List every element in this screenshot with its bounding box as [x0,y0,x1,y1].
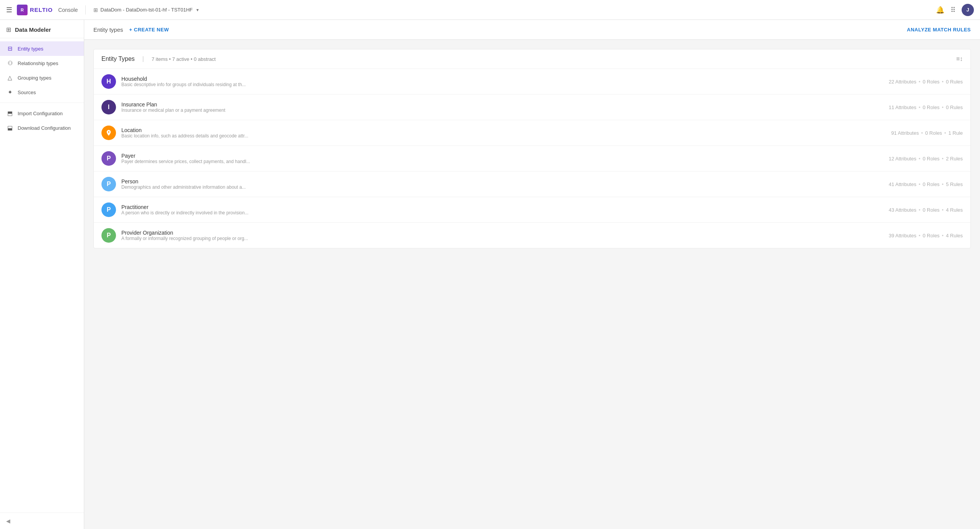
tenant-dropdown-arrow: ▾ [196,7,199,13]
logo-text: RELTIO [30,7,53,13]
entity-types-card-title: Entity Types [101,56,135,62]
entity-stats-insurance-plan: 11 Attributes•0 Roles•0 Rules [889,104,963,110]
sidebar-item-import-config[interactable]: ⬒ Import Configuration [0,106,84,121]
stats-dot-2-practitioner: • [942,207,944,213]
stats-dot-2-person: • [942,181,944,187]
sidebar-item-relationship-types[interactable]: ⚇ Relationship types [0,56,84,70]
entity-types-meta: 7 items • 7 active • 0 abstract [152,56,216,62]
notifications-bell-icon[interactable]: 🔔 [936,6,944,14]
create-plus-icon: + CREATE NEW [129,27,169,33]
stats-dot-2-payer: • [942,156,944,162]
entity-attributes-payer: 12 Attributes [889,156,916,162]
entity-rules-person: 5 Rules [946,181,963,187]
sidebar-item-sources-label: Sources [18,90,36,95]
stats-dot-1-payer: • [919,156,921,162]
apps-grid-icon[interactable]: ⠿ [951,6,956,14]
sidebar-divider [0,103,84,103]
entity-name-payer: Payer [121,153,883,159]
entity-types-card: Entity Types | 7 items • 7 active • 0 ab… [93,49,971,248]
entity-desc-practitioner: A person who is directly or indirectly i… [121,210,883,216]
entity-rules-practitioner: 4 Rules [946,207,963,213]
entity-stats-household: 22 Attributes•0 Roles•0 Rules [889,79,963,85]
stats-dot-1-location: • [921,130,923,136]
tenant-name: DataDom - DataDom-tst-01-hf - TST01HF [100,7,193,13]
menu-icon[interactable]: ☰ [6,6,12,14]
app-layout: ⊞ Data Modeler ⊟ Entity types ⚇ Relation… [0,20,980,529]
entity-desc-household: Basic descriptive info for groups of ind… [121,82,883,87]
topbar-actions: 🔔 ⠿ J [936,4,974,16]
sidebar-item-grouping-types[interactable]: △ Grouping types [0,70,84,85]
entity-info-payer: PayerPayer determines service prices, co… [121,153,883,164]
entity-types-icon: ⊟ [6,45,14,52]
entity-info-provider-org: Provider OrganizationA formally or infor… [121,230,883,241]
entity-avatar-location [101,126,116,140]
entity-attributes-location: 91 Attributes [891,130,919,136]
console-label: Console [58,7,78,13]
entity-row-provider-org[interactable]: PProvider OrganizationA formally or info… [94,222,970,248]
sidebar-nav: ⊟ Entity types ⚇ Relationship types △ Gr… [0,38,84,513]
entity-rules-location: 1 Rule [948,130,963,136]
entity-desc-provider-org: A formally or informally recognized grou… [121,236,883,241]
entity-avatar-household: H [101,74,116,89]
entity-row-payer[interactable]: PPayerPayer determines service prices, c… [94,145,970,171]
entity-rules-provider-org: 4 Rules [946,233,963,238]
entity-stats-person: 41 Attributes•0 Roles•5 Rules [889,181,963,187]
entity-attributes-insurance-plan: 11 Attributes [889,104,916,110]
entity-roles-person: 0 Roles [923,181,939,187]
entity-name-practitioner: Practitioner [121,204,883,210]
import-config-icon: ⬒ [6,110,14,117]
entity-rules-household: 0 Rules [946,79,963,85]
user-avatar[interactable]: J [962,4,974,16]
topbar: ☰ R RELTIO Console ⊞ DataDom - DataDom-t… [0,0,980,20]
sources-icon: ✦ [6,89,14,96]
entity-stats-practitioner: 43 Attributes•0 Roles•4 Rules [889,207,963,213]
entity-stats-payer: 12 Attributes•0 Roles•2 Rules [889,156,963,162]
entity-card-header: Entity Types | 7 items • 7 active • 0 ab… [94,49,970,69]
sidebar-item-entity-types[interactable]: ⊟ Entity types [0,41,84,56]
stats-dot-1-household: • [919,79,921,85]
sidebar-collapse-button[interactable]: ◀ [6,518,10,524]
stats-dot-1-practitioner: • [919,207,921,213]
entity-avatar-insurance-plan: I [101,100,116,114]
entity-attributes-provider-org: 39 Attributes [889,233,916,238]
entity-name-person: Person [121,178,883,184]
sidebar-item-sources[interactable]: ✦ Sources [0,85,84,100]
entity-info-location: LocationBasic location info, such as add… [121,127,886,139]
entity-rules-insurance-plan: 0 Rules [946,104,963,110]
sidebar-item-download-config[interactable]: ⬓ Download Configuration [0,121,84,135]
entity-row-insurance-plan[interactable]: IInsurance PlanInsurance or medical plan… [94,94,970,120]
entity-avatar-person: P [101,177,116,191]
entity-row-person[interactable]: PPersonDemographics and other administra… [94,171,970,197]
sidebar-item-relationship-types-label: Relationship types [18,60,58,66]
page-title: Entity types [93,26,123,33]
content-area: Entity Types | 7 items • 7 active • 0 ab… [84,40,980,529]
main-header: Entity types + CREATE NEW ANALYZE MATCH … [84,20,980,40]
stats-dot-2-provider-org: • [942,233,944,238]
stats-dot-1-insurance-plan: • [919,104,921,110]
entity-info-insurance-plan: Insurance PlanInsurance or medical plan … [121,101,883,113]
entity-stats-provider-org: 39 Attributes•0 Roles•4 Rules [889,233,963,238]
header-sep: | [142,56,144,62]
entity-row-household[interactable]: HHouseholdBasic descriptive info for gro… [94,69,970,94]
entity-desc-payer: Payer determines service prices, collect… [121,159,883,164]
entity-desc-person: Demographics and other administrative in… [121,184,883,190]
sort-icon[interactable]: ≡↕ [956,56,963,62]
entity-row-location[interactable]: LocationBasic location info, such as add… [94,120,970,145]
stats-dot-1-provider-org: • [919,233,921,238]
topbar-divider [85,5,86,15]
sidebar-item-download-config-label: Download Configuration [18,125,71,131]
analyze-match-rules-button[interactable]: ANALYZE MATCH RULES [907,27,971,33]
entity-row-practitioner[interactable]: PPractitionerA person who is directly or… [94,197,970,222]
sidebar-title: Data Modeler [15,26,51,33]
logo: R RELTIO [17,5,53,15]
stats-dot-2-insurance-plan: • [942,104,944,110]
entity-avatar-provider-org: P [101,228,116,243]
entity-roles-household: 0 Roles [923,79,939,85]
entity-name-location: Location [121,127,886,133]
relationship-types-icon: ⚇ [6,60,14,67]
create-new-button[interactable]: + CREATE NEW [129,27,169,33]
tenant-selector[interactable]: ⊞ DataDom - DataDom-tst-01-hf - TST01HF … [93,7,199,13]
entity-rules-payer: 2 Rules [946,156,963,162]
entity-list: HHouseholdBasic descriptive info for gro… [94,69,970,248]
tenant-icon: ⊞ [93,7,98,13]
